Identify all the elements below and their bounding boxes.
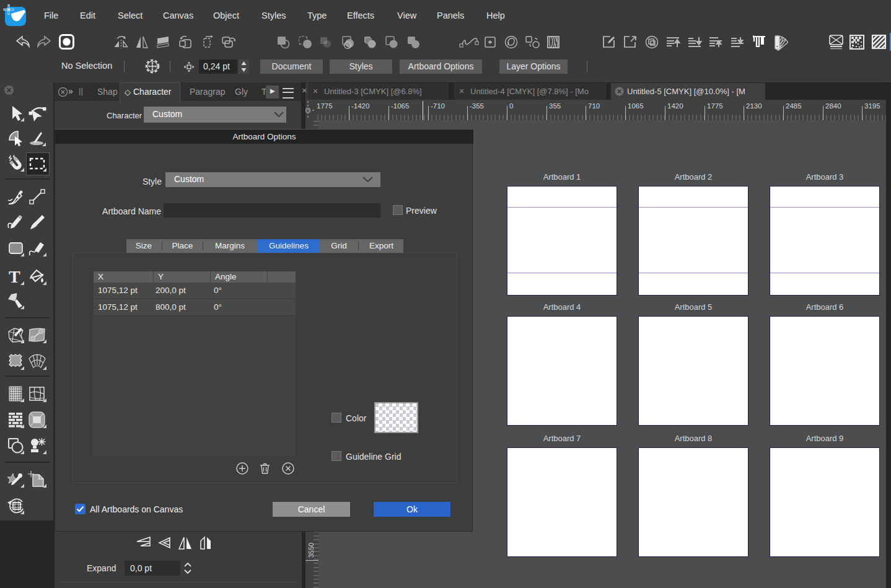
svg-text:T: T <box>9 268 20 286</box>
